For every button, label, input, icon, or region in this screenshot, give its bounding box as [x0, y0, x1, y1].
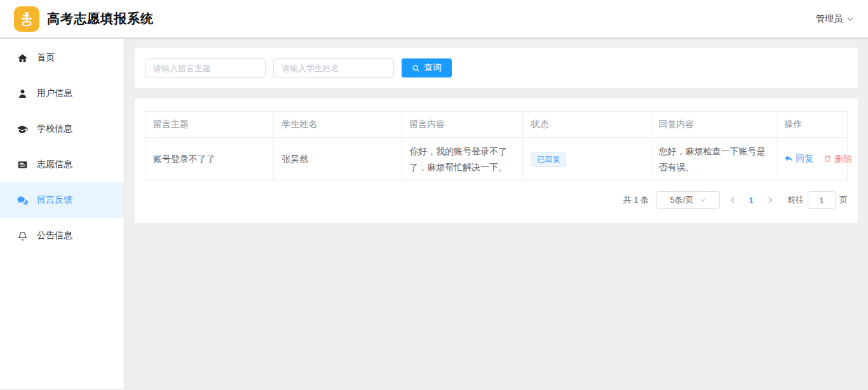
query-button-label: 查询 [424, 62, 442, 74]
pagination: 共 1 条 5条/页 1 前往 页 [145, 191, 848, 209]
status-badge: 已回复 [531, 152, 566, 167]
sidebar: 首页 用户信息 学校信息 志愿信息 留言反馈 [0, 39, 125, 389]
cell-reply: 您好，麻烦检查一下账号是否有误。 [651, 138, 776, 181]
col-subject: 留言主题 [146, 112, 274, 138]
prev-page-button[interactable] [725, 191, 739, 209]
next-page-button[interactable] [763, 191, 777, 209]
sidebar-item-label: 公告信息 [37, 230, 72, 241]
sidebar-item-announcements[interactable]: 公告信息 [0, 218, 124, 253]
user-icon [17, 88, 28, 99]
col-actions: 操作 [776, 112, 848, 138]
goto-page-input[interactable] [808, 191, 836, 209]
search-icon [412, 64, 420, 72]
bell-icon [17, 230, 28, 241]
page-number-1[interactable]: 1 [744, 196, 758, 205]
feedback-table: 留言主题 学生姓名 留言内容 状态 回复内容 操作 账号登录不了了 张昊然 你好… [145, 111, 848, 181]
col-content: 留言内容 [402, 112, 523, 138]
sidebar-item-label: 学校信息 [37, 123, 72, 135]
col-reply: 回复内容 [651, 112, 776, 138]
home-icon [17, 52, 28, 64]
pagination-total: 共 1 条 [623, 194, 649, 206]
sidebar-item-label: 留言反馈 [37, 194, 72, 206]
chat-bubbles-icon [17, 194, 28, 206]
sidebar-item-label: 用户信息 [37, 88, 72, 99]
page-jumper: 前往 页 [787, 191, 848, 209]
chevron-down-icon [700, 197, 706, 203]
reply-arrow-icon [784, 154, 793, 163]
query-button[interactable]: 查询 [402, 58, 452, 77]
goto-label: 前往 [787, 194, 804, 206]
feedback-table-panel: 留言主题 学生姓名 留言内容 状态 回复内容 操作 账号登录不了了 张昊然 你好… [135, 98, 858, 223]
sidebar-item-home[interactable]: 首页 [0, 40, 124, 76]
chevron-down-icon [846, 15, 854, 23]
graduation-cap-icon [17, 123, 28, 135]
admin-dropdown[interactable]: 管理员 [816, 13, 854, 25]
col-student: 学生姓名 [274, 112, 402, 138]
table-row: 账号登录不了了 张昊然 你好，我的账号登录不了了，麻烦帮忙解决一下。 已回复 您… [146, 138, 848, 181]
sidebar-item-label: 首页 [37, 52, 55, 64]
main-content: 查询 留言主题 学生姓名 留言内容 状态 回复内容 操作 [125, 39, 868, 389]
sidebar-item-feedback[interactable]: 留言反馈 [0, 182, 124, 218]
page-title: 高考志愿填报系统 [47, 10, 154, 27]
cell-subject: 账号登录不了了 [146, 138, 274, 181]
admin-name: 管理员 [816, 13, 843, 25]
sidebar-item-schools[interactable]: 学校信息 [0, 111, 124, 147]
top-header: 高考志愿填报系统 管理员 [0, 0, 868, 39]
student-search-input[interactable] [273, 58, 394, 77]
list-icon [17, 159, 28, 170]
search-panel: 查询 [135, 48, 858, 88]
page-size-select[interactable]: 5条/页 [656, 191, 720, 209]
delete-button[interactable]: 删除 [824, 151, 852, 167]
cell-actions: 回复 删除 [776, 138, 848, 181]
cell-student: 张昊然 [274, 138, 402, 181]
trash-icon [824, 154, 832, 163]
sidebar-item-label: 志愿信息 [37, 159, 72, 170]
delete-button-label: 删除 [834, 151, 852, 167]
reply-button-label: 回复 [796, 151, 813, 166]
cell-content: 你好，我的账号登录不了了，麻烦帮忙解决一下。 [402, 138, 523, 181]
subject-search-input[interactable] [145, 58, 266, 77]
reply-button[interactable]: 回复 [784, 151, 813, 166]
col-status: 状态 [523, 112, 651, 138]
signpost-icon [18, 11, 35, 27]
page-size-value: 5条/页 [670, 194, 694, 206]
sidebar-item-users[interactable]: 用户信息 [0, 76, 124, 111]
table-header-row: 留言主题 学生姓名 留言内容 状态 回复内容 操作 [146, 112, 848, 138]
cell-status: 已回复 [523, 138, 651, 181]
sidebar-item-volunteer[interactable]: 志愿信息 [0, 147, 124, 182]
app-logo [14, 6, 39, 32]
page-unit-label: 页 [839, 194, 848, 206]
